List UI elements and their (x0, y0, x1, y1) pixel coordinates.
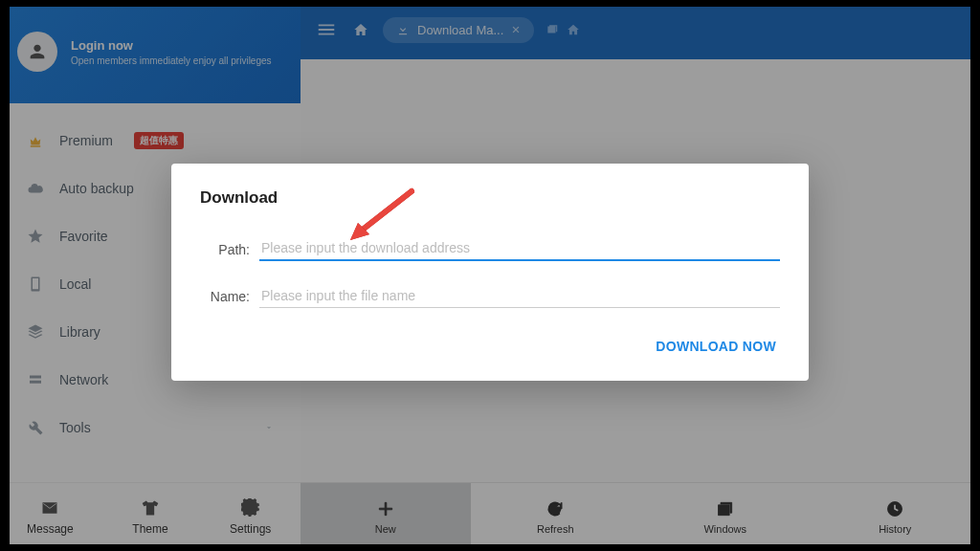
app-root: Login now Open members immediately enjoy… (0, 0, 980, 551)
download-dialog: Download Path: Name: DOWNLOAD NOW (171, 164, 809, 381)
dialog-actions: DOWNLOAD NOW (200, 331, 780, 362)
path-label: Path: (200, 242, 250, 261)
name-row: Name: (200, 284, 780, 308)
path-row: Path: (200, 236, 780, 261)
dialog-title: Download (200, 188, 780, 208)
path-input[interactable] (259, 236, 780, 261)
name-input[interactable] (259, 284, 780, 308)
download-now-button[interactable]: DOWNLOAD NOW (652, 331, 780, 362)
name-label: Name: (200, 289, 250, 308)
